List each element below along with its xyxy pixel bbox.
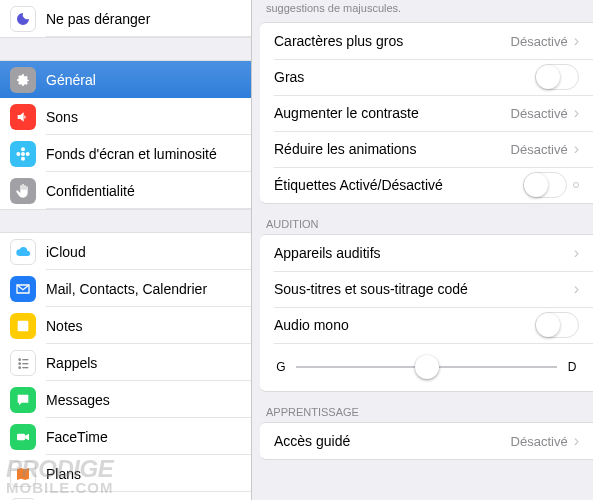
sidebar-item-label: Sons: [46, 109, 78, 125]
chevron-right-icon: ›: [574, 280, 579, 298]
sidebar-item-label: Plans: [46, 466, 81, 482]
bubble-icon: [10, 387, 36, 413]
svg-point-3: [16, 152, 20, 156]
sidebar-item-label: Confidentialité: [46, 183, 135, 199]
sidebar-item-reminders[interactable]: Rappels: [0, 344, 251, 381]
chevron-right-icon: ›: [574, 104, 579, 122]
sidebar-item-label: Ne pas déranger: [46, 11, 150, 27]
svg-point-0: [21, 152, 25, 156]
map-icon: [10, 461, 36, 487]
svg-rect-5: [18, 320, 29, 331]
sidebar-item-flower[interactable]: Fonds d'écran et luminosité: [0, 135, 251, 172]
row-balance-slider[interactable]: GD: [260, 343, 593, 391]
sidebar-item-label: iCloud: [46, 244, 86, 260]
slider-left-label: G: [274, 360, 288, 374]
moon-icon: [10, 6, 36, 32]
row-label: Étiquettes Activé/Désactivé: [274, 177, 523, 193]
row-value: Désactivé: [511, 434, 568, 449]
row-label: Réduire les animations: [274, 141, 511, 157]
sidebar-item-label: Mail, Contacts, Calendrier: [46, 281, 207, 297]
sidebar-item-map[interactable]: Plans: [0, 455, 251, 492]
sidebar-item-video[interactable]: FaceTime: [0, 418, 251, 455]
svg-rect-13: [22, 367, 28, 368]
row-caract-res-plus-gros[interactable]: Caractères plus grosDésactivé›: [260, 23, 593, 59]
sidebar-item-moon[interactable]: Ne pas déranger: [0, 0, 251, 37]
sidebar-item-speaker[interactable]: Sons: [0, 98, 251, 135]
svg-point-8: [18, 358, 21, 361]
row-value: Désactivé: [511, 34, 568, 49]
sidebar-item-label: Fonds d'écran et luminosité: [46, 146, 217, 162]
row-audio-mono[interactable]: Audio mono: [260, 307, 593, 343]
group-vision: Caractères plus grosDésactivé›GrasAugmen…: [260, 22, 593, 204]
group-learning: Accès guidéDésactivé›: [260, 422, 593, 460]
row-acc-s-guid-[interactable]: Accès guidéDésactivé›: [260, 423, 593, 459]
row-augmenter-le-contraste[interactable]: Augmenter le contrasteDésactivé›: [260, 95, 593, 131]
svg-point-10: [18, 366, 21, 369]
row-value: Désactivé: [511, 106, 568, 121]
settings-sidebar: Ne pas dérangerGénéralSonsFonds d'écran …: [0, 0, 252, 500]
group-footer-hint: suggestions de majuscules.: [252, 0, 593, 22]
toggle-switch[interactable]: [535, 64, 579, 90]
sidebar-item-mail[interactable]: Mail, Contacts, Calendrier: [0, 270, 251, 307]
row-label: Sous-titres et sous-titrage codé: [274, 281, 574, 297]
settings-detail: suggestions de majuscules. Caractères pl…: [252, 0, 593, 500]
hand-icon: [10, 178, 36, 204]
row-appareils-auditifs[interactable]: Appareils auditifs›: [260, 235, 593, 271]
svg-point-1: [21, 147, 25, 151]
sidebar-item-bubble[interactable]: Messages: [0, 381, 251, 418]
row-label: Caractères plus gros: [274, 33, 511, 49]
video-icon: [10, 424, 36, 450]
chevron-right-icon: ›: [574, 432, 579, 450]
toggle-off-indicator: [573, 182, 579, 188]
sidebar-item-cloud[interactable]: iCloud: [0, 233, 251, 270]
row-label: Gras: [274, 69, 535, 85]
notes-icon: [10, 313, 36, 339]
reminders-icon: [10, 350, 36, 376]
flower-icon: [10, 141, 36, 167]
row-label: Accès guidé: [274, 433, 511, 449]
svg-rect-14: [17, 433, 25, 440]
group-header-audition: AUDITION: [252, 204, 593, 234]
row-sous-titres-et-sous-titrage-cod-[interactable]: Sous-titres et sous-titrage codé›: [260, 271, 593, 307]
slider-right-label: D: [565, 360, 579, 374]
sidebar-item-notes[interactable]: Notes: [0, 307, 251, 344]
toggle-switch[interactable]: [523, 172, 567, 198]
sidebar-item-label: Général: [46, 72, 96, 88]
cloud-icon: [10, 239, 36, 265]
chevron-right-icon: ›: [574, 32, 579, 50]
svg-point-4: [26, 152, 30, 156]
svg-rect-11: [22, 359, 28, 360]
row-label: Augmenter le contraste: [274, 105, 511, 121]
row-value: Désactivé: [511, 142, 568, 157]
balance-slider-track[interactable]: [296, 366, 557, 368]
sidebar-item-hand[interactable]: Confidentialité: [0, 172, 251, 209]
chevron-right-icon: ›: [574, 244, 579, 262]
row-gras[interactable]: Gras: [260, 59, 593, 95]
row--tiquettes-activ-d-sactiv-[interactable]: Étiquettes Activé/Désactivé: [260, 167, 593, 203]
sidebar-separator: [0, 37, 251, 61]
chevron-right-icon: ›: [574, 140, 579, 158]
sidebar-item-label: Notes: [46, 318, 83, 334]
sidebar-item-label: FaceTime: [46, 429, 108, 445]
sidebar-item-compass[interactable]: Safari: [0, 492, 251, 500]
mail-icon: [10, 276, 36, 302]
svg-rect-12: [22, 363, 28, 364]
balance-slider-thumb[interactable]: [415, 355, 439, 379]
sidebar-item-label: Rappels: [46, 355, 97, 371]
sidebar-item-label: Messages: [46, 392, 110, 408]
gear-icon: [10, 67, 36, 93]
sidebar-item-gear[interactable]: Général: [0, 61, 251, 98]
svg-point-9: [18, 362, 21, 365]
svg-point-2: [21, 156, 25, 160]
group-audition: Appareils auditifs›Sous-titres et sous-t…: [260, 234, 593, 392]
toggle-switch[interactable]: [535, 312, 579, 338]
row-r-duire-les-animations[interactable]: Réduire les animationsDésactivé›: [260, 131, 593, 167]
row-label: Audio mono: [274, 317, 535, 333]
speaker-icon: [10, 104, 36, 130]
sidebar-separator: [0, 209, 251, 233]
group-header-learning: APPRENTISSAGE: [252, 392, 593, 422]
row-label: Appareils auditifs: [274, 245, 574, 261]
